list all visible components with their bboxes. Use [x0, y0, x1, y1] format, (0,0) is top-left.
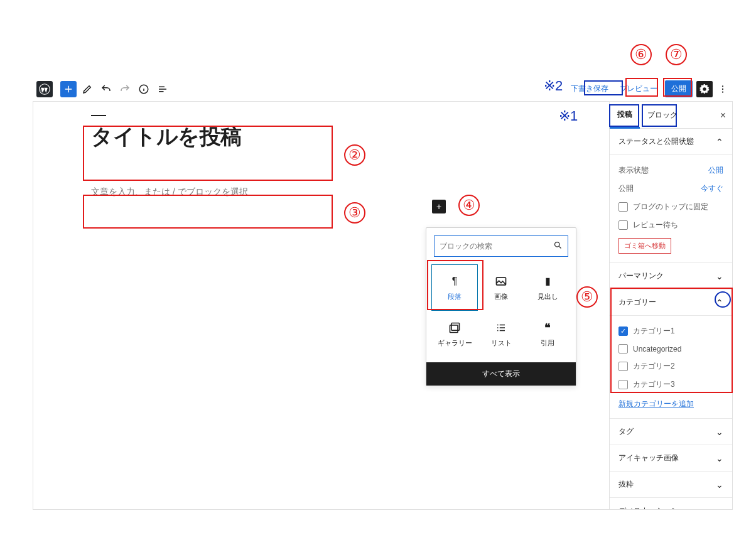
chevron-down-icon: ⌄ [716, 480, 723, 490]
chevron-up-icon: ⌃ [716, 137, 723, 147]
close-sidebar-icon[interactable]: × [714, 110, 732, 121]
show-all-blocks-button[interactable]: すべて表示 [426, 362, 576, 386]
panel-discussion[interactable]: ディスカッション ⌄ [610, 498, 732, 509]
block-paragraph[interactable]: ¶ 段落 [431, 264, 478, 311]
checkbox-icon [618, 220, 628, 230]
outline-icon[interactable] [154, 81, 171, 97]
quote-icon: ❝ [541, 321, 554, 335]
chevron-down-icon: ⌄ [716, 271, 723, 281]
chevron-down-icon: ⌄ [716, 427, 723, 437]
svg-point-4 [722, 91, 723, 92]
image-icon [494, 274, 508, 288]
panel-featured-image[interactable]: アイキャッチ画像 ⌄ [610, 445, 732, 472]
category-item[interactable]: ✓カテゴリー1 [618, 322, 723, 340]
add-block-button[interactable] [60, 81, 77, 97]
annotation-circle-7: ⑦ [666, 44, 687, 65]
post-title-input[interactable]: タイトルを投稿 [84, 117, 354, 156]
chevron-down-icon: ⌄ [716, 506, 723, 510]
block-search-input[interactable] [440, 242, 553, 251]
tab-block[interactable]: ブロック [640, 102, 685, 129]
block-inserter-popup: ¶ 段落 画像 ▮ 見出し ギャラリー リスト ❝ 引用 すべて表示 [426, 227, 576, 386]
settings-gear-icon[interactable] [696, 81, 713, 97]
move-to-trash-button[interactable]: ゴミ箱へ移動 [618, 238, 671, 254]
annotation-circle-6: ⑥ [630, 44, 652, 65]
checkbox-icon [618, 362, 628, 371]
list-icon [494, 321, 508, 335]
title-rule [91, 115, 106, 116]
edit-mode-icon[interactable] [79, 81, 95, 97]
visibility-label: 表示状態 [618, 165, 649, 176]
undo-icon[interactable] [98, 81, 114, 97]
settings-sidebar: 投稿 ブロック × ステータスと公開状態 ⌃ 表示状態 公開 公開 今すぐ ブロ… [609, 102, 732, 509]
svg-point-5 [555, 242, 560, 247]
preview-button[interactable]: プレビュー [616, 81, 661, 97]
inline-add-block-icon[interactable]: + [432, 200, 446, 213]
search-icon [553, 240, 563, 252]
panel-categories[interactable]: カテゴリー ⌃ [610, 289, 732, 316]
block-gallery[interactable]: ギャラリー [431, 311, 478, 357]
more-options-icon[interactable] [716, 81, 729, 97]
checkbox-icon: ✓ [618, 326, 628, 336]
panel-status-title: ステータスと公開状態 [618, 136, 694, 147]
save-draft-button[interactable]: 下書き保存 [567, 81, 612, 97]
chevron-down-icon: ⌄ [716, 453, 723, 463]
info-icon[interactable] [136, 81, 152, 97]
checkbox-icon [618, 380, 628, 389]
svg-point-3 [722, 88, 723, 89]
block-heading[interactable]: ▮ 見出し [524, 264, 571, 311]
add-category-link[interactable]: 新規カテゴリーを追加 [618, 399, 694, 409]
sidebar-tabs: 投稿 ブロック × [610, 102, 732, 129]
block-search-field[interactable] [434, 235, 568, 257]
panel-status-body: 表示状態 公開 公開 今すぐ ブログのトップに固定 レビュー待ち ゴミ箱へ移動 [610, 155, 732, 263]
chevron-up-icon: ⌃ [716, 298, 723, 308]
gallery-icon [448, 321, 462, 335]
wordpress-logo[interactable] [36, 81, 53, 97]
editor-canvas: タイトルを投稿 文章を入力、または / でブロックを選択 投稿 ブロック × ス… [33, 77, 733, 510]
svg-point-2 [722, 85, 723, 87]
panel-permalink[interactable]: パーマリンク ⌄ [610, 263, 732, 289]
block-list[interactable]: リスト [478, 311, 524, 357]
publish-button[interactable]: 公開 [665, 80, 693, 97]
category-item[interactable]: カテゴリー2 [618, 357, 723, 375]
panel-categories-body: ✓カテゴリー1 Uncategorized カテゴリー2 カテゴリー3 新規カテ… [610, 316, 732, 419]
panel-excerpt[interactable]: 抜粋 ⌄ [610, 472, 732, 498]
editor-top-toolbar: 下書き保存 プレビュー 公開 [33, 77, 733, 102]
category-item[interactable]: Uncategorized [618, 340, 723, 357]
panel-tags[interactable]: タグ ⌄ [610, 419, 732, 445]
checkbox-icon [618, 344, 628, 353]
block-quote[interactable]: ❝ 引用 [524, 311, 571, 357]
stick-to-top-checkbox[interactable]: ブログのトップに固定 [618, 198, 723, 216]
pending-review-checkbox[interactable]: レビュー待ち [618, 216, 723, 234]
panel-status[interactable]: ステータスと公開状態 ⌃ [610, 129, 732, 155]
paragraph-icon: ¶ [448, 274, 462, 288]
category-item[interactable]: カテゴリー3 [618, 375, 723, 394]
tab-post[interactable]: 投稿 [610, 102, 640, 129]
heading-icon: ▮ [541, 274, 554, 288]
post-content-placeholder[interactable]: 文章を入力、または / でブロックを選択 [84, 179, 354, 205]
publishdate-label: 公開 [618, 183, 634, 194]
redo-icon[interactable] [117, 81, 133, 97]
visibility-value[interactable]: 公開 [708, 165, 723, 176]
svg-point-0 [40, 84, 50, 94]
publishdate-value[interactable]: 今すぐ [701, 183, 723, 194]
block-image[interactable]: 画像 [478, 264, 524, 311]
checkbox-icon [618, 202, 628, 212]
